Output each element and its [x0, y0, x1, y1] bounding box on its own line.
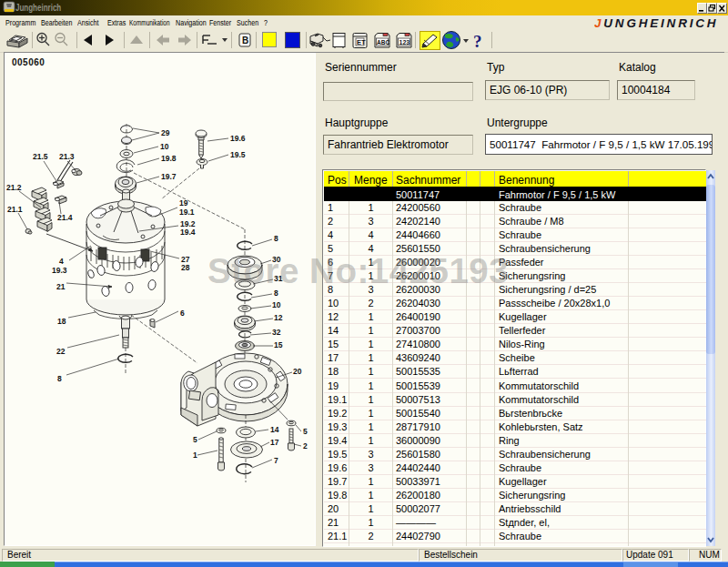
svg-text:ABC: ABC [377, 39, 389, 46]
svg-text:6: 6 [180, 309, 185, 318]
svg-text:19.3: 19.3 [52, 266, 67, 275]
svg-text:ET: ET [357, 38, 366, 46]
svg-text:8: 8 [274, 234, 278, 243]
svg-text:22: 22 [56, 347, 66, 356]
svg-text:8: 8 [57, 374, 62, 383]
svg-text:123: 123 [399, 39, 410, 46]
svg-text:2: 2 [303, 441, 308, 451]
svg-text:28: 28 [181, 263, 190, 272]
svg-text:14: 14 [270, 425, 279, 434]
svg-text:19.6: 19.6 [230, 134, 246, 143]
svg-text:10: 10 [272, 300, 281, 309]
svg-text:19.7: 19.7 [161, 172, 177, 181]
svg-text:18: 18 [57, 317, 66, 326]
svg-text:21.1: 21.1 [7, 205, 23, 214]
svg-text:21.2: 21.2 [6, 183, 22, 192]
svg-text:5: 5 [303, 427, 308, 436]
svg-text:19: 19 [179, 198, 188, 208]
svg-text:7: 7 [274, 456, 278, 465]
svg-text:005060: 005060 [12, 57, 45, 67]
svg-text:29: 29 [161, 128, 170, 137]
svg-text:21.4: 21.4 [57, 213, 73, 222]
svg-text:4: 4 [59, 257, 64, 266]
svg-text:21: 21 [56, 282, 66, 291]
svg-text:B: B [242, 35, 248, 46]
svg-text:19.4: 19.4 [180, 228, 196, 237]
svg-text:?: ? [473, 32, 482, 51]
svg-text:12: 12 [274, 313, 283, 322]
svg-text:21.5: 21.5 [33, 152, 48, 161]
svg-text:1: 1 [193, 451, 197, 460]
svg-text:32: 32 [272, 328, 281, 337]
svg-text:10: 10 [160, 142, 169, 151]
svg-text:19.5: 19.5 [230, 150, 246, 159]
svg-text:19.1: 19.1 [179, 208, 195, 217]
svg-text:15: 15 [274, 340, 283, 349]
svg-text:5: 5 [193, 435, 197, 444]
svg-text:21.3: 21.3 [59, 152, 75, 161]
svg-text:19.8: 19.8 [161, 154, 177, 163]
svg-text:20: 20 [293, 367, 302, 376]
svg-text:17: 17 [270, 438, 279, 447]
